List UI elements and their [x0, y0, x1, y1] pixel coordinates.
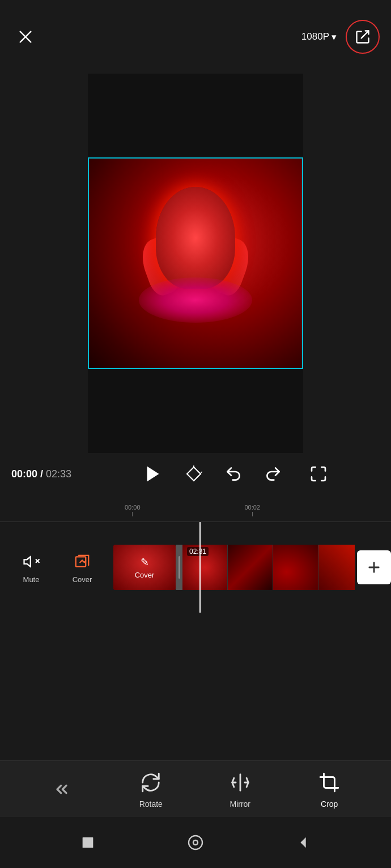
video-main-frame: [88, 157, 303, 369]
svg-rect-13: [83, 837, 94, 848]
cover-edit-icon: ✎: [141, 556, 149, 568]
svg-line-2: [362, 31, 369, 39]
time-separator: /: [37, 468, 46, 480]
close-button[interactable]: [11, 23, 40, 51]
resolution-value: 1080P: [301, 31, 329, 42]
svg-marker-3: [147, 467, 159, 482]
svg-marker-16: [300, 837, 305, 848]
time-current: 00:00: [11, 468, 37, 480]
clip-strip: ✎ Cover 02:31: [113, 545, 391, 590]
video-black-top: [88, 74, 303, 157]
time-display: 00:00 / 02:33: [11, 468, 91, 480]
clip-thumb-4: [318, 545, 355, 590]
clip-cover-thumbnail[interactable]: ✎ Cover: [113, 545, 176, 590]
clip-main[interactable]: 02:31: [182, 545, 355, 590]
cover-control[interactable]: Cover: [72, 551, 92, 584]
clip-duration: 02:31: [187, 547, 209, 556]
rotate-tool[interactable]: Rotate: [138, 770, 163, 809]
export-button[interactable]: [346, 20, 380, 54]
rotate-icon: [138, 770, 163, 795]
mute-control[interactable]: Mute: [21, 551, 41, 584]
clip-thumb-3: [273, 545, 318, 590]
play-button[interactable]: [141, 461, 165, 486]
clip-divider-bar: [178, 556, 180, 579]
svg-marker-6: [24, 557, 31, 567]
rotate-label: Rotate: [139, 799, 163, 809]
system-nav: [0, 817, 391, 868]
header-right: 1080P ▾: [301, 20, 380, 54]
creature-glow: [139, 277, 252, 323]
fullscreen-button[interactable]: [307, 463, 330, 485]
svg-point-15: [193, 840, 198, 845]
keyframe-button[interactable]: [182, 463, 205, 485]
cover-icon: [72, 551, 92, 572]
stop-nav-button[interactable]: [75, 830, 100, 855]
ruler-line-1: [252, 512, 253, 516]
mirror-tool[interactable]: Mirror: [228, 770, 253, 809]
clip-thumb-2: [228, 545, 273, 590]
track-clips: ✎ Cover 02:31: [113, 522, 391, 613]
ruler-label-1: 00:02: [245, 504, 261, 511]
add-clip-button[interactable]: [357, 550, 391, 584]
crop-icon: [317, 770, 342, 795]
mute-icon: [21, 551, 41, 572]
timeline-ruler: 00:00 00:02: [125, 499, 380, 516]
svg-point-14: [189, 836, 202, 849]
clip-divider: [176, 545, 182, 590]
crop-tool[interactable]: Crop: [317, 770, 342, 809]
creature-torso: [156, 187, 235, 289]
mute-label: Mute: [23, 575, 40, 584]
timeline-ruler-area: 00:00 00:02: [0, 494, 391, 522]
cover-label: Cover: [73, 575, 92, 584]
track-area: Mute Cover ✎ Cover 02: [0, 522, 391, 613]
resolution-arrow: ▾: [332, 31, 337, 43]
mirror-label: Mirror: [230, 799, 250, 809]
ruler-mark-1: 00:02: [245, 504, 261, 516]
video-black-bottom: [88, 369, 303, 453]
back-toolbar-button[interactable]: [49, 777, 74, 802]
playback-controls: [141, 461, 330, 486]
mirror-icon: [228, 770, 253, 795]
crop-label: Crop: [321, 799, 338, 809]
creature-body: [133, 170, 258, 340]
ruler-line-0: [132, 512, 133, 516]
back-nav-button[interactable]: [291, 830, 316, 855]
ruler-label-0: 00:00: [125, 504, 141, 511]
home-nav-button[interactable]: [183, 830, 208, 855]
ruler-mark-0: 00:00: [125, 504, 141, 516]
header: 1080P ▾: [0, 0, 391, 74]
undo-button[interactable]: [222, 463, 245, 485]
controls-bar: 00:00 / 02:33: [0, 454, 391, 494]
time-total: 02:33: [46, 468, 71, 480]
playhead: [199, 522, 201, 613]
video-preview: [88, 74, 303, 453]
redo-button[interactable]: [262, 463, 284, 485]
track-controls: Mute Cover: [0, 551, 113, 584]
resolution-selector[interactable]: 1080P ▾: [301, 31, 337, 43]
bottom-toolbar: Rotate Mirror Crop: [0, 760, 391, 817]
clip-cover-text: Cover: [135, 571, 155, 579]
